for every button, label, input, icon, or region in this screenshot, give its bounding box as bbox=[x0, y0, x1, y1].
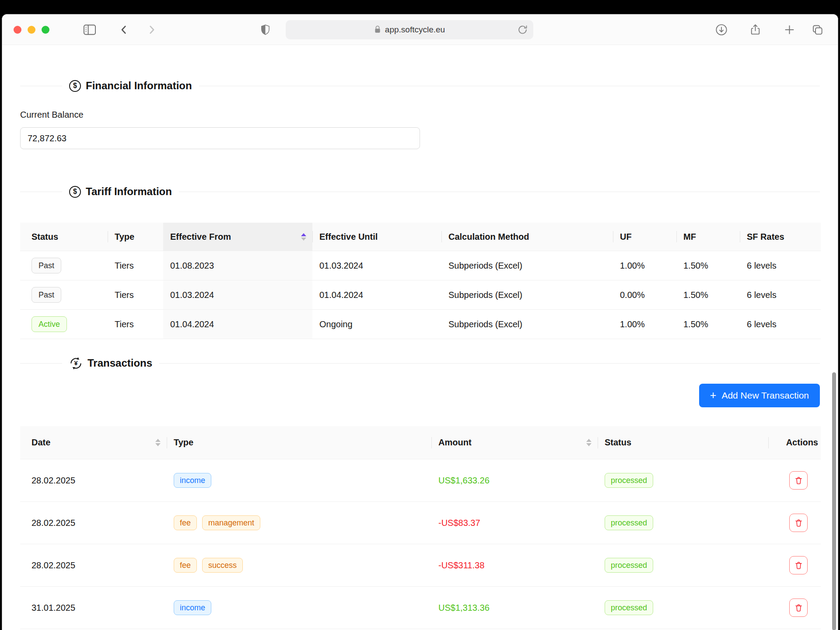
tariff-row: Active Tiers 01.04.2024 Ongoing Subperio… bbox=[20, 309, 821, 339]
tariff-mf: 1.50% bbox=[676, 251, 740, 280]
tariff-effective-until: 01.04.2024 bbox=[312, 280, 441, 309]
financial-section-header: $ Financial Information bbox=[20, 79, 820, 92]
delete-transaction-button[interactable] bbox=[789, 514, 808, 532]
minimize-window-button[interactable] bbox=[28, 26, 35, 34]
section-title: Transactions bbox=[88, 357, 152, 369]
transaction-amount: -US$311.38 bbox=[431, 544, 598, 586]
status-badge: processed bbox=[605, 515, 653, 530]
tariff-type: Tiers bbox=[108, 251, 163, 280]
sidebar-toggle-icon[interactable] bbox=[83, 24, 96, 35]
tariff-effective-from: 01.04.2024 bbox=[163, 310, 312, 339]
type-tag: fee bbox=[174, 558, 197, 573]
delete-transaction-button[interactable] bbox=[789, 598, 808, 617]
tariff-section-header: $ Tariff Information bbox=[20, 185, 820, 198]
status-badge: processed bbox=[605, 600, 653, 615]
tariff-sf-rates: 6 levels bbox=[740, 280, 821, 309]
column-header-date[interactable]: Date bbox=[20, 426, 167, 459]
delete-transaction-button[interactable] bbox=[789, 471, 808, 490]
tariff-effective-until: Ongoing bbox=[312, 310, 441, 339]
divider-line bbox=[199, 86, 820, 86]
url-text: app.softcycle.eu bbox=[385, 25, 445, 35]
scrollbar[interactable] bbox=[832, 372, 836, 630]
tariff-calculation-method: Subperiods (Excel) bbox=[441, 251, 613, 280]
browser-toolbar: app.softcycle.eu bbox=[2, 14, 838, 45]
tariff-type: Tiers bbox=[108, 280, 163, 309]
transaction-row: 28.02.2025 fee success -US$311.38 proces… bbox=[20, 544, 821, 586]
tariff-row: Past Tiers 01.08.2023 01.03.2024 Subperi… bbox=[20, 251, 821, 280]
column-header-type: Type bbox=[167, 426, 431, 459]
lock-icon bbox=[374, 25, 381, 34]
divider-line bbox=[179, 192, 820, 192]
transactions-toolbar: + Add New Transaction bbox=[20, 384, 820, 407]
tariff-sf-rates: 6 levels bbox=[740, 251, 821, 280]
column-header-mf: MF bbox=[676, 223, 740, 251]
transaction-date: 28.02.2025 bbox=[20, 502, 167, 544]
trash-icon bbox=[794, 476, 803, 485]
current-balance-label: Current Balance bbox=[20, 110, 820, 122]
column-header-status: Status bbox=[20, 223, 108, 251]
reload-icon[interactable] bbox=[517, 24, 528, 35]
transaction-amount: -US$83.37 bbox=[431, 502, 598, 544]
privacy-shield-icon[interactable] bbox=[260, 24, 270, 35]
tariff-effective-until: 01.03.2024 bbox=[312, 251, 441, 280]
status-badge: processed bbox=[605, 558, 653, 573]
tariff-effective-from: 01.03.2024 bbox=[163, 280, 312, 309]
column-header-effective-from[interactable]: Effective From bbox=[163, 223, 312, 251]
type-tag: income bbox=[174, 600, 211, 615]
sort-caret-icon bbox=[155, 439, 161, 446]
transaction-date: 31.01.2025 bbox=[20, 587, 167, 629]
dollar-circle-icon: $ bbox=[69, 80, 81, 92]
tariff-uf: 0.00% bbox=[613, 280, 676, 309]
svg-text:¥: ¥ bbox=[74, 360, 78, 367]
status-badge: processed bbox=[605, 473, 653, 488]
downloads-icon[interactable] bbox=[715, 24, 728, 36]
tariff-mf: 1.50% bbox=[676, 280, 740, 309]
new-tab-icon[interactable] bbox=[784, 24, 795, 35]
column-header-sf-rates: SF Rates bbox=[740, 223, 821, 251]
transaction-amount: US$1,313.36 bbox=[431, 587, 598, 629]
transaction-row: 28.02.2025 fee management -US$83.37 proc… bbox=[20, 501, 821, 544]
column-header-actions: Actions bbox=[768, 426, 821, 459]
column-header-amount[interactable]: Amount bbox=[431, 426, 598, 459]
forward-button-icon[interactable] bbox=[146, 24, 158, 35]
transactions-header-row: Date Type Amount Status Actions bbox=[20, 426, 821, 459]
sort-caret-icon bbox=[301, 233, 306, 241]
back-button-icon[interactable] bbox=[118, 24, 130, 35]
tariff-effective-from: 01.08.2023 bbox=[163, 251, 312, 280]
plus-icon: + bbox=[710, 390, 717, 401]
transaction-date: 28.02.2025 bbox=[20, 544, 167, 586]
tab-overview-icon[interactable] bbox=[812, 24, 823, 35]
divider-line bbox=[20, 192, 62, 192]
close-window-button[interactable] bbox=[14, 26, 21, 34]
browser-window: app.softcycle.eu bbox=[2, 14, 838, 630]
status-badge: Past bbox=[32, 258, 61, 273]
section-title: Tariff Information bbox=[86, 186, 172, 198]
share-icon[interactable] bbox=[749, 24, 761, 35]
sort-caret-icon bbox=[586, 439, 592, 446]
current-balance-input[interactable] bbox=[20, 127, 420, 149]
tariff-calculation-method: Subperiods (Excel) bbox=[441, 310, 613, 339]
add-new-transaction-button[interactable]: + Add New Transaction bbox=[699, 384, 820, 407]
transaction-row: 31.01.2025 income US$1,313.36 processed bbox=[20, 586, 821, 629]
transactions-table: Date Type Amount Status Actions 28.02.20… bbox=[20, 426, 821, 629]
type-tag: success bbox=[202, 558, 243, 573]
transaction-amount: US$1,633.26 bbox=[431, 459, 598, 501]
tariff-table: Status Type Effective From Effective Unt… bbox=[20, 223, 821, 339]
divider-line bbox=[20, 363, 62, 364]
divider-line bbox=[20, 86, 62, 86]
tariff-row: Past Tiers 01.03.2024 01.04.2024 Subperi… bbox=[20, 280, 821, 309]
section-title: Financial Information bbox=[86, 80, 192, 92]
status-badge: Past bbox=[32, 287, 61, 303]
tariff-uf: 1.00% bbox=[613, 251, 676, 280]
column-header-calculation-method: Calculation Method bbox=[441, 223, 613, 251]
column-header-effective-until: Effective Until bbox=[312, 223, 441, 251]
delete-transaction-button[interactable] bbox=[789, 556, 808, 574]
tariff-header-row: Status Type Effective From Effective Unt… bbox=[20, 223, 821, 251]
address-bar[interactable]: app.softcycle.eu bbox=[286, 20, 533, 39]
dollar-circle-icon: $ bbox=[69, 186, 81, 198]
page-content: $ Financial Information Current Balance … bbox=[2, 45, 838, 630]
tariff-mf: 1.50% bbox=[676, 310, 740, 339]
transactions-section-header: ¥ Transactions bbox=[20, 357, 820, 370]
zoom-window-button[interactable] bbox=[42, 26, 49, 34]
tariff-uf: 1.00% bbox=[613, 310, 676, 339]
